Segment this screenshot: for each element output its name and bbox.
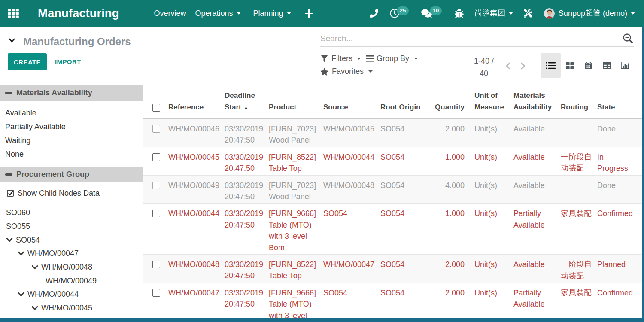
table-row[interactable]: WH/MO/0004703/30/2019 20:47:50[FURN_9666…: [143, 283, 642, 318]
menu-operations[interactable]: Operations: [195, 9, 240, 18]
sidebar-filter-partially-available[interactable]: Partially Available: [0, 120, 143, 134]
cell-product: [FURN_8522] Table Top: [268, 255, 322, 283]
view-kanban-button[interactable]: [561, 53, 579, 78]
menu-overview[interactable]: Overview: [154, 9, 186, 18]
voip-button[interactable]: [370, 9, 378, 18]
column-header-state[interactable]: State: [596, 102, 635, 118]
cjk-glyph: [576, 272, 584, 279]
row-checkbox[interactable]: [152, 210, 160, 217]
add-menu-button[interactable]: [305, 9, 313, 18]
messages-button[interactable]: 10: [421, 9, 432, 18]
chevron-down-icon: [414, 58, 418, 60]
filters-button[interactable]: Filters: [321, 54, 361, 63]
cell-source: WH/MO/00047: [322, 255, 379, 283]
tree-node-wh-mo-00049[interactable]: WH/MO/00049: [0, 274, 143, 288]
table-row[interactable]: WH/MO/0004903/30/2019 20:47:50[FURN_7023…: [143, 176, 642, 204]
show-child-nodes-checkbox[interactable]: Show Child Nodes Data: [0, 188, 143, 198]
table-row[interactable]: WH/MO/0004403/30/2019 20:47:50[FURN_9666…: [143, 204, 642, 255]
search-input[interactable]: Search...: [320, 34, 353, 43]
graph-view-icon: [621, 62, 630, 70]
column-header-reference[interactable]: Reference: [167, 102, 224, 118]
row-checkbox[interactable]: [152, 153, 160, 161]
tree-node-label: WH/MO/00045: [41, 304, 92, 313]
search-icon[interactable]: [622, 33, 634, 45]
cell-uom: Unit(s): [469, 119, 513, 147]
cell-uom: Unit(s): [469, 204, 513, 254]
table-row[interactable]: WH/MO/0004803/30/2019 20:47:50[FURN_8522…: [143, 255, 642, 283]
column-header-uom[interactable]: Unit of Measure: [469, 90, 513, 118]
import-button[interactable]: IMPORT: [55, 53, 81, 70]
row-checkbox[interactable]: [152, 182, 160, 189]
view-list-button[interactable]: [541, 53, 561, 78]
column-header-source[interactable]: Source: [322, 102, 379, 118]
pager-total: 40: [469, 67, 499, 80]
cell-product: [FURN_7023] Wood Panel: [268, 176, 322, 204]
tree-node-so055[interactable]: SO055: [0, 220, 143, 234]
tree-node-label: WH/MO/00048: [41, 263, 92, 272]
cjk-glyph: [498, 9, 505, 17]
tree-node-wh-mo-00047[interactable]: WH/MO/00047: [0, 247, 143, 261]
column-header-routing[interactable]: Routing: [560, 102, 596, 118]
tree-node-wh-mo-00048[interactable]: WH/MO/00048: [0, 261, 143, 274]
app-brand[interactable]: Manufacturing: [38, 6, 119, 20]
cell-reference: WH/MO/00048: [167, 255, 224, 283]
tree-node-so054[interactable]: SO054: [0, 233, 143, 247]
breadcrumb-toggle[interactable]: [9, 38, 15, 43]
checkbox-checked-icon[interactable]: [7, 190, 14, 197]
favorites-button[interactable]: Favorites: [320, 67, 373, 76]
sidebar-filter-available[interactable]: Available: [0, 106, 143, 120]
table-row[interactable]: WH/MO/0004603/30/2019 20:47:50[FURN_7023…: [143, 119, 642, 147]
tree-node-wh-mo-00045[interactable]: WH/MO/00045: [0, 301, 143, 315]
select-all-checkbox[interactable]: [152, 104, 160, 112]
column-header-product[interactable]: Product: [268, 102, 322, 118]
column-header-deadline_start[interactable]: Deadline Start: [224, 90, 268, 118]
row-checkbox[interactable]: [152, 261, 160, 268]
tree-node-wh-mo-00044[interactable]: WH/MO/00044: [0, 288, 143, 301]
apps-grid-icon[interactable]: [8, 9, 19, 18]
activities-button[interactable]: 25: [390, 9, 399, 18]
bug-icon: [455, 9, 464, 18]
column-header-root_origin[interactable]: Root Origin: [379, 102, 431, 118]
cell-source: WH/MO/00048: [322, 176, 379, 204]
sidebar-filter-waiting[interactable]: Waiting: [0, 134, 143, 147]
cell-routing: [560, 255, 596, 283]
view-graph-button[interactable]: [616, 53, 635, 78]
chevron-down-icon: [237, 12, 241, 15]
view-pivot-button[interactable]: [598, 53, 616, 78]
cell-quantity: 1.000: [431, 204, 469, 254]
tree-node-so060[interactable]: SO060: [0, 206, 143, 220]
column-header-availability[interactable]: Materials Availability: [513, 90, 560, 118]
column-header-quantity[interactable]: Quantity: [431, 102, 469, 118]
list-view: ReferenceDeadline StartProductSourceRoot…: [143, 82, 642, 318]
calendar-view-icon: [585, 62, 592, 69]
avatar[interactable]: [544, 8, 555, 19]
row-checkbox[interactable]: [152, 289, 160, 297]
debug-button[interactable]: [455, 9, 464, 18]
sidebar-section-materials-availability[interactable]: Materials Availability: [0, 85, 143, 101]
horizontal-scrollbar[interactable]: [0, 318, 644, 322]
cell-source: WH/MO/00044: [322, 147, 379, 175]
chevron-right-icon: [520, 62, 526, 70]
view-calendar-button[interactable]: [579, 53, 598, 78]
support-tools-button[interactable]: [524, 9, 532, 18]
sidebar: Materials Availability AvailablePartiall…: [0, 82, 143, 318]
pager-previous-button[interactable]: [505, 62, 511, 70]
user-menu[interactable]: Sunpop (demo): [559, 9, 635, 18]
top-navbar: Manufacturing Overview Operations Planni…: [0, 0, 644, 27]
cell-product: [FURN_9666] Table (MTO) with 3 level Bom: [268, 204, 322, 254]
navbar-systray: 25 10: [370, 8, 644, 19]
cell-deadline_start: 03/30/2019 20:47:50: [224, 176, 268, 204]
group-by-button[interactable]: Group By: [366, 54, 418, 63]
kanban-view-icon: [566, 62, 574, 69]
create-button[interactable]: CREATE: [8, 53, 47, 70]
list-view-icon: [546, 62, 556, 69]
row-checkbox[interactable]: [152, 125, 160, 133]
vertical-scrollbar[interactable]: [642, 27, 644, 322]
sidebar-filter-none[interactable]: None: [0, 147, 143, 161]
pager-next-button[interactable]: [520, 62, 526, 70]
company-switcher[interactable]: [474, 9, 513, 18]
sidebar-section-procurement-group[interactable]: Procurement Group: [0, 167, 143, 182]
table-row[interactable]: WH/MO/0004503/30/2019 20:47:50[FURN_8522…: [143, 147, 642, 176]
menu-planning[interactable]: Planning: [253, 9, 291, 18]
cjk-glyph: [568, 153, 576, 161]
